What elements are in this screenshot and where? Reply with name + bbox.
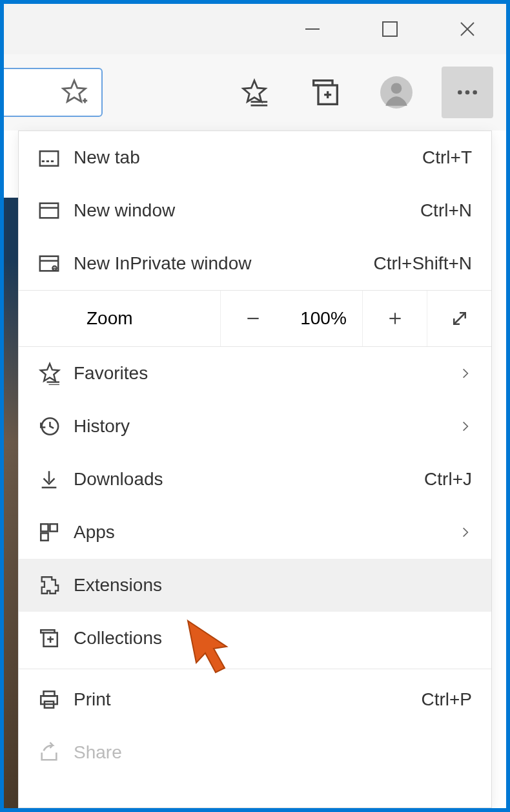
svg-point-14 bbox=[465, 90, 470, 95]
svg-rect-17 bbox=[42, 160, 45, 162]
window-titlebar bbox=[4, 4, 506, 54]
extensions-icon bbox=[38, 574, 74, 596]
new-tab-icon bbox=[38, 147, 74, 169]
apps-icon bbox=[38, 521, 74, 543]
menu-label: Extensions bbox=[74, 575, 472, 596]
zoom-label: Zoom bbox=[19, 308, 220, 329]
share-icon bbox=[38, 742, 74, 764]
collections-icon bbox=[311, 78, 340, 107]
background-strip bbox=[4, 198, 18, 808]
star-add-icon[interactable] bbox=[60, 78, 88, 107]
browser-toolbar bbox=[4, 54, 506, 130]
menu-label: New InPrivate window bbox=[74, 253, 374, 274]
svg-point-15 bbox=[473, 90, 477, 95]
close-button[interactable] bbox=[429, 6, 506, 52]
menu-item-new-window[interactable]: New window Ctrl+N bbox=[19, 184, 491, 237]
menu-label: Favorites bbox=[74, 363, 453, 384]
svg-point-12 bbox=[391, 83, 402, 94]
menu-label: New window bbox=[74, 200, 420, 221]
downloads-icon bbox=[38, 468, 74, 490]
menu-label: Share bbox=[74, 742, 472, 763]
collections-menu-icon bbox=[38, 627, 74, 649]
svg-line-28 bbox=[454, 313, 465, 324]
print-icon bbox=[38, 689, 74, 711]
more-menu-button[interactable] bbox=[442, 67, 493, 118]
menu-label: Downloads bbox=[74, 469, 424, 490]
chevron-right-icon bbox=[453, 367, 472, 380]
history-icon bbox=[38, 415, 74, 437]
svg-rect-16 bbox=[40, 151, 58, 166]
menu-item-inprivate[interactable]: New InPrivate window Ctrl+Shift+N bbox=[19, 237, 491, 290]
chevron-right-icon bbox=[453, 420, 472, 433]
menu-item-extensions[interactable]: Extensions bbox=[19, 559, 491, 612]
profile-icon bbox=[380, 76, 413, 109]
menu-shortcut: Ctrl+J bbox=[424, 469, 472, 490]
menu-shortcut: Ctrl+P bbox=[421, 689, 472, 710]
menu-item-apps[interactable]: Apps bbox=[19, 506, 491, 559]
favorites-icon bbox=[38, 362, 74, 385]
svg-rect-18 bbox=[46, 160, 49, 162]
fullscreen-button[interactable] bbox=[427, 291, 491, 346]
svg-rect-35 bbox=[50, 524, 57, 531]
chevron-right-icon bbox=[453, 526, 472, 539]
svg-rect-20 bbox=[40, 203, 58, 218]
collections-button[interactable] bbox=[300, 67, 351, 118]
svg-rect-34 bbox=[41, 524, 48, 531]
menu-label: Collections bbox=[74, 628, 472, 649]
minus-icon bbox=[245, 310, 261, 327]
menu-shortcut: Ctrl+T bbox=[422, 147, 472, 168]
plus-icon bbox=[387, 310, 403, 327]
new-window-icon bbox=[38, 200, 74, 222]
menu-separator bbox=[19, 669, 491, 669]
menu-item-share: Share bbox=[19, 726, 491, 779]
zoom-in-button[interactable] bbox=[362, 291, 427, 346]
maximize-icon bbox=[382, 21, 398, 37]
zoom-value: 100% bbox=[285, 308, 362, 329]
menu-item-downloads[interactable]: Downloads Ctrl+J bbox=[19, 453, 491, 506]
svg-rect-1 bbox=[383, 22, 397, 36]
menu-label: History bbox=[74, 416, 453, 437]
svg-rect-36 bbox=[41, 533, 48, 540]
menu-shortcut: Ctrl+N bbox=[420, 200, 472, 221]
minimize-icon bbox=[303, 20, 321, 38]
zoom-out-button[interactable] bbox=[220, 291, 285, 346]
svg-point-13 bbox=[458, 90, 462, 95]
menu-item-new-tab[interactable]: New tab Ctrl+T bbox=[19, 131, 491, 184]
menu-label: Apps bbox=[74, 522, 453, 543]
menu-item-favorites[interactable]: Favorites bbox=[19, 347, 491, 400]
menu-item-collections[interactable]: Collections bbox=[19, 612, 491, 665]
menu-item-print[interactable]: Print Ctrl+P bbox=[19, 673, 491, 726]
settings-menu: New tab Ctrl+T New window Ctrl+N New InP… bbox=[18, 130, 492, 808]
inprivate-icon bbox=[38, 253, 74, 275]
favorites-button[interactable] bbox=[229, 67, 280, 118]
menu-label: New tab bbox=[74, 147, 422, 168]
close-icon bbox=[458, 20, 476, 38]
svg-rect-19 bbox=[51, 160, 54, 162]
minimize-button[interactable] bbox=[274, 6, 351, 52]
menu-item-history[interactable]: History bbox=[19, 400, 491, 453]
ellipsis-icon bbox=[454, 79, 480, 105]
address-bar[interactable] bbox=[0, 68, 103, 117]
svg-rect-41 bbox=[41, 696, 57, 704]
menu-label: Print bbox=[74, 689, 421, 710]
fullscreen-icon bbox=[450, 309, 469, 328]
profile-button[interactable] bbox=[371, 67, 422, 118]
maximize-button[interactable] bbox=[351, 6, 429, 52]
menu-shortcut: Ctrl+Shift+N bbox=[374, 253, 473, 274]
menu-item-zoom: Zoom 100% bbox=[19, 290, 491, 347]
star-list-icon bbox=[240, 78, 269, 107]
